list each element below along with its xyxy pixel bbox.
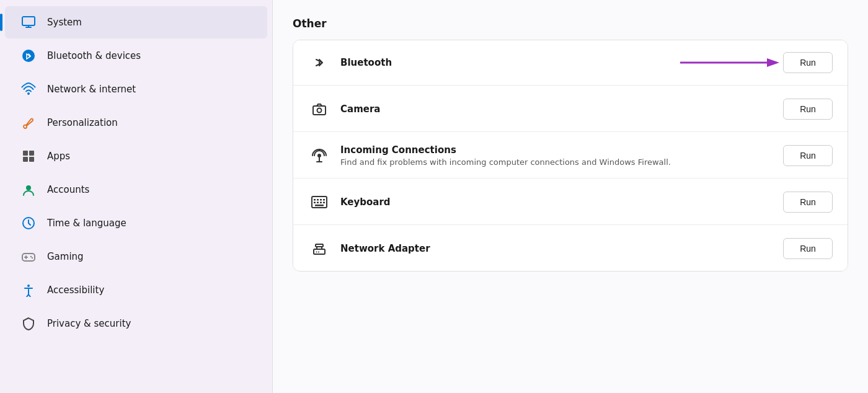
network-adapter-title: Network Adapter bbox=[340, 243, 783, 254]
sidebar-item-network[interactable]: Network & internet bbox=[5, 73, 267, 105]
sidebar-label-network: Network & internet bbox=[47, 84, 136, 95]
network-adapter-run-button[interactable]: Run bbox=[783, 238, 833, 259]
troubleshooter-incoming: Incoming Connections Find and fix proble… bbox=[293, 133, 848, 179]
monitor-icon bbox=[20, 14, 37, 31]
sidebar-item-time[interactable]: Time & language bbox=[5, 207, 267, 239]
svg-rect-28 bbox=[314, 249, 325, 254]
network-icon bbox=[20, 81, 37, 98]
gaming-icon bbox=[20, 248, 37, 265]
sidebar-label-apps: Apps bbox=[47, 151, 70, 162]
svg-rect-15 bbox=[313, 106, 326, 115]
time-icon bbox=[20, 214, 37, 232]
sidebar-label-bluetooth: Bluetooth & devices bbox=[47, 50, 141, 61]
sidebar-label-system: System bbox=[47, 17, 82, 28]
svg-rect-4 bbox=[29, 151, 34, 156]
sidebar-item-personalization[interactable]: Personalization bbox=[5, 107, 267, 139]
apps-icon bbox=[20, 148, 37, 165]
network-adapter-icon bbox=[308, 237, 330, 260]
incoming-item-desc: Find and fix problems with incoming comp… bbox=[340, 157, 700, 167]
troubleshooter-list: Bluetooth Run Camera bbox=[293, 40, 848, 272]
svg-rect-24 bbox=[317, 202, 319, 204]
svg-rect-0 bbox=[22, 17, 35, 25]
svg-rect-5 bbox=[23, 157, 28, 162]
bluetooth-item-icon bbox=[308, 51, 330, 74]
sidebar-item-system[interactable]: System bbox=[5, 6, 267, 38]
sidebar-label-accessibility: Accessibility bbox=[47, 285, 104, 296]
bluetooth-icon bbox=[20, 47, 37, 64]
sidebar-item-accessibility[interactable]: Accessibility bbox=[5, 274, 267, 306]
incoming-item-title: Incoming Connections bbox=[340, 144, 783, 156]
privacy-icon bbox=[20, 315, 37, 332]
svg-rect-20 bbox=[317, 199, 319, 201]
svg-rect-26 bbox=[323, 202, 325, 204]
svg-marker-14 bbox=[767, 58, 779, 67]
sidebar: System Bluetooth & devices Network & int… bbox=[0, 0, 273, 393]
camera-item-title: Camera bbox=[340, 104, 783, 115]
troubleshooter-network-adapter: Network Adapter Run bbox=[293, 226, 848, 271]
svg-point-30 bbox=[316, 252, 317, 253]
incoming-item-icon bbox=[308, 144, 330, 167]
svg-point-10 bbox=[30, 256, 32, 257]
sidebar-item-gaming[interactable]: Gaming bbox=[5, 241, 267, 273]
sidebar-item-bluetooth[interactable]: Bluetooth & devices bbox=[5, 40, 267, 72]
sidebar-item-accounts[interactable]: Accounts bbox=[5, 174, 267, 206]
camera-item-text: Camera bbox=[340, 104, 783, 115]
keyboard-item-text: Keyboard bbox=[340, 196, 783, 208]
svg-rect-27 bbox=[315, 205, 324, 206]
camera-item-icon bbox=[308, 98, 330, 120]
incoming-run-button[interactable]: Run bbox=[783, 145, 833, 166]
svg-rect-3 bbox=[23, 151, 28, 156]
svg-rect-21 bbox=[320, 199, 322, 201]
incoming-item-text: Incoming Connections Find and fix proble… bbox=[340, 144, 783, 167]
svg-rect-19 bbox=[314, 199, 316, 201]
troubleshooter-bluetooth: Bluetooth Run bbox=[293, 40, 848, 86]
svg-point-31 bbox=[318, 252, 319, 253]
troubleshooter-keyboard: Keyboard Run bbox=[293, 180, 848, 225]
arrow-annotation bbox=[680, 54, 779, 71]
svg-point-2 bbox=[27, 92, 30, 95]
sidebar-label-time: Time & language bbox=[47, 218, 126, 229]
sidebar-item-privacy[interactable]: Privacy & security bbox=[5, 307, 267, 340]
brush-icon bbox=[20, 114, 37, 131]
svg-rect-29 bbox=[316, 244, 323, 247]
camera-run-button[interactable]: Run bbox=[783, 99, 833, 120]
keyboard-item-icon bbox=[308, 191, 330, 213]
sidebar-label-privacy: Privacy & security bbox=[47, 318, 131, 329]
sidebar-label-personalization: Personalization bbox=[47, 117, 118, 128]
sidebar-item-apps[interactable]: Apps bbox=[5, 140, 267, 172]
svg-point-1 bbox=[22, 50, 35, 62]
svg-point-7 bbox=[26, 185, 31, 190]
svg-rect-22 bbox=[323, 199, 325, 201]
main-content: Other Bluetooth Run bbox=[273, 0, 868, 393]
keyboard-run-button[interactable]: Run bbox=[783, 192, 833, 213]
accounts-icon bbox=[20, 181, 37, 198]
sidebar-label-accounts: Accounts bbox=[47, 184, 89, 195]
svg-point-12 bbox=[27, 285, 30, 287]
troubleshooter-camera: Camera Run bbox=[293, 87, 848, 132]
accessibility-icon bbox=[20, 281, 37, 299]
svg-rect-6 bbox=[29, 157, 34, 162]
svg-point-16 bbox=[317, 108, 322, 113]
svg-point-11 bbox=[32, 257, 33, 258]
bluetooth-run-button[interactable]: Run bbox=[783, 52, 833, 73]
network-adapter-text: Network Adapter bbox=[340, 243, 783, 254]
svg-rect-23 bbox=[314, 202, 316, 204]
section-title: Other bbox=[293, 17, 848, 30]
keyboard-item-title: Keyboard bbox=[340, 196, 783, 208]
sidebar-label-gaming: Gaming bbox=[47, 251, 84, 262]
svg-rect-25 bbox=[320, 202, 322, 204]
